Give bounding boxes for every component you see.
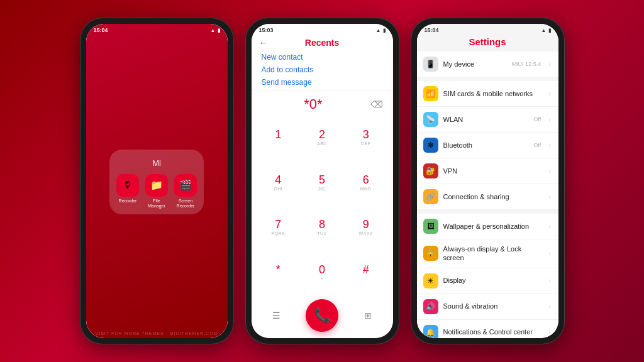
dialer-number: *0* xyxy=(262,96,365,112)
add-to-contacts-action[interactable]: Add to contacts xyxy=(262,65,383,74)
chevron-icon-1: › xyxy=(548,90,550,97)
phone2-status-bar: 15:03 ▲ ▮ xyxy=(252,24,393,35)
key-1[interactable]: 1 xyxy=(257,115,301,160)
settings-item-display[interactable]: ☀ Display › xyxy=(417,268,558,294)
folder-container: Mi 🎙 Recorder 📁 File Manager 🎬 Screen xyxy=(86,35,228,329)
dialpad-icon-btn[interactable]: ☰ xyxy=(267,305,287,326)
wlan-value: Off xyxy=(533,116,541,123)
phone3-time: 15:04 xyxy=(425,27,439,33)
settings-title: Settings xyxy=(469,36,506,47)
recents-header: ← Recents xyxy=(252,35,393,49)
app-screen-recorder[interactable]: 🎬 Screen Recorder xyxy=(174,174,197,208)
settings-item-wlan[interactable]: 📡 WLAN Off › xyxy=(417,107,558,133)
settings-item-sim[interactable]: 📶 SIM cards & mobile networks › xyxy=(417,81,558,107)
connection-icon: 🔗 xyxy=(423,189,438,204)
num-0: 0 xyxy=(319,264,325,277)
display-text: Display xyxy=(443,276,544,285)
num-8: 8 xyxy=(319,219,325,231)
call-button[interactable]: 📞 xyxy=(306,299,338,332)
key-9[interactable]: 9WXYZ xyxy=(344,206,388,251)
settings-item-sound[interactable]: 🔊 Sound & vibration › xyxy=(417,294,558,320)
phone-1: 15:04 ▲ ▮ Mi 🎙 Recorder 📁 xyxy=(80,18,234,344)
key-3[interactable]: 3DEF xyxy=(344,115,388,160)
num-1: 1 xyxy=(275,129,281,141)
phone2-time: 15:03 xyxy=(259,27,274,33)
contacts-grid-icon-btn[interactable]: ⊞ xyxy=(358,305,378,326)
back-button[interactable]: ← xyxy=(259,38,268,48)
battery-icon3: ▮ xyxy=(548,28,551,33)
key-7[interactable]: 7PQRS xyxy=(257,206,301,251)
send-message-action[interactable]: Send message xyxy=(262,78,383,87)
key-2[interactable]: 2ABC xyxy=(300,115,344,160)
key-0[interactable]: 0+ xyxy=(300,250,344,295)
app-file-manager[interactable]: 📁 File Manager xyxy=(145,174,168,208)
phone-2: 15:03 ▲ ▮ ← Recents New contact Add to c… xyxy=(245,18,399,344)
phone3-status-bar: 15:04 ▲ ▮ xyxy=(417,24,558,35)
settings-item-bluetooth[interactable]: ✻ Bluetooth Off › xyxy=(417,133,558,158)
phone1-status-bar: 15:04 ▲ ▮ xyxy=(86,24,228,35)
filemanager-label: File Manager xyxy=(145,199,168,208)
my-device-label: My device xyxy=(443,60,507,69)
wlan-icon: 📡 xyxy=(423,112,438,127)
settings-item-always-on[interactable]: 🔒 Always-on display & Lock screen › xyxy=(417,239,558,268)
bluetooth-icon: ✻ xyxy=(423,138,438,153)
recorder-icon: 🎙 xyxy=(116,174,139,197)
bluetooth-text: Bluetooth xyxy=(443,141,529,150)
phone3-screen: 15:04 ▲ ▮ Settings 📱 My device MIUI 12.5… xyxy=(417,24,558,338)
chevron-icon-6: › xyxy=(548,223,550,230)
sound-label: Sound & vibration xyxy=(443,302,544,310)
dialer-actions: ☰ 📞 ⊞ xyxy=(252,295,393,338)
app-folder[interactable]: Mi 🎙 Recorder 📁 File Manager 🎬 Screen xyxy=(109,150,204,214)
num-9: 9 xyxy=(363,219,369,231)
notifications-label: Notifications & Control center xyxy=(443,327,544,336)
folder-title: Mi xyxy=(117,158,196,168)
key-5[interactable]: 5JKL xyxy=(300,160,344,206)
settings-header: Settings xyxy=(417,35,558,52)
chevron-icon-4: › xyxy=(548,168,550,175)
display-label: Display xyxy=(443,276,544,285)
sim-icon: 📶 xyxy=(423,86,438,101)
phone1-status-icons: ▲ ▮ xyxy=(211,28,220,33)
recents-actions: New contact Add to contacts Send message xyxy=(252,49,393,91)
settings-item-connection[interactable]: 🔗 Connection & sharing › xyxy=(417,184,558,210)
phone1-screen: 15:04 ▲ ▮ Mi 🎙 Recorder 📁 xyxy=(86,24,228,338)
wlan-label: WLAN xyxy=(443,115,529,124)
sound-text: Sound & vibration xyxy=(443,302,544,310)
num-hash: # xyxy=(363,264,369,277)
settings-item-wallpaper[interactable]: 🖼 Wallpaper & personalization › xyxy=(417,214,558,239)
app-recorder[interactable]: 🎙 Recorder xyxy=(116,174,139,208)
chevron-icon-10: › xyxy=(548,329,550,336)
delete-button[interactable]: ⌫ xyxy=(370,99,383,109)
signal-icon: ▲ xyxy=(211,28,216,33)
key-8[interactable]: 8TUV xyxy=(300,206,344,251)
key-4[interactable]: 4GHI xyxy=(257,160,301,206)
dialer-display: *0* ⌫ xyxy=(252,91,393,115)
always-on-icon: 🔒 xyxy=(423,246,438,261)
settings-item-my-device[interactable]: 📱 My device MIUI 12.5.4 › xyxy=(417,52,558,77)
num-6: 6 xyxy=(363,174,369,187)
settings-item-vpn[interactable]: 🔐 VPN › xyxy=(417,158,558,184)
phone3-status-icons: ▲ ▮ xyxy=(541,28,551,33)
notifications-text: Notifications & Control center xyxy=(443,327,544,336)
sim-label: SIM cards & mobile networks xyxy=(443,89,544,98)
bluetooth-value: Off xyxy=(533,142,541,148)
key-star[interactable]: * xyxy=(257,250,301,295)
chevron-icon-0: › xyxy=(548,61,550,68)
signal-icon3: ▲ xyxy=(541,28,547,33)
new-contact-action[interactable]: New contact xyxy=(262,53,383,62)
key-hash[interactable]: # xyxy=(344,250,388,295)
vpn-icon: 🔐 xyxy=(423,163,438,178)
notifications-icon: 🔔 xyxy=(423,325,438,338)
chevron-icon-5: › xyxy=(548,194,550,200)
connection-label: Connection & sharing xyxy=(443,192,544,201)
wallpaper-icon: 🖼 xyxy=(423,219,438,234)
battery-icon: ▮ xyxy=(218,28,220,33)
sound-icon: 🔊 xyxy=(423,299,438,314)
connection-text: Connection & sharing xyxy=(443,192,544,201)
phone2-screen: 15:03 ▲ ▮ ← Recents New contact Add to c… xyxy=(252,24,393,338)
key-6[interactable]: 6MNO xyxy=(344,160,388,206)
settings-item-notifications[interactable]: 🔔 Notifications & Control center › xyxy=(417,320,558,338)
recents-title: Recents xyxy=(305,38,339,48)
always-on-text: Always-on display & Lock screen xyxy=(443,244,544,263)
num-7: 7 xyxy=(275,219,281,231)
